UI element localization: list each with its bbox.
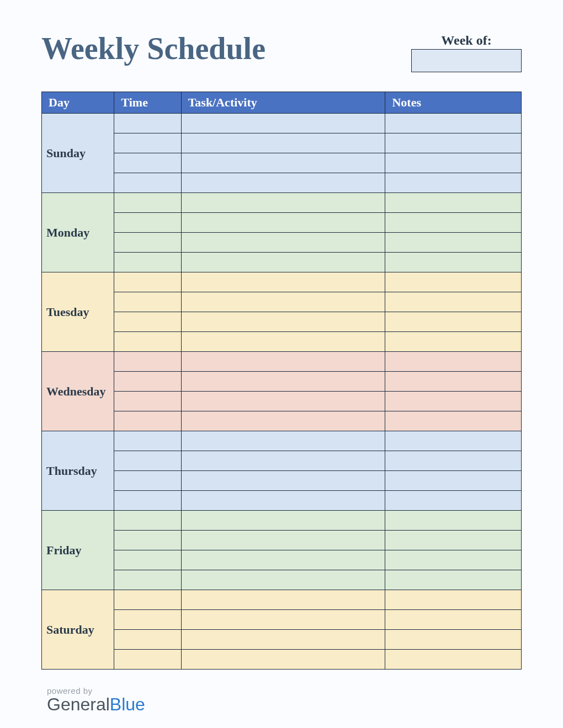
notes-cell[interactable] [385,352,522,372]
time-cell[interactable] [114,431,181,451]
notes-cell[interactable] [385,392,522,411]
time-cell[interactable] [114,531,181,550]
notes-cell[interactable] [385,570,522,590]
time-cell[interactable] [114,392,181,411]
time-cell[interactable] [114,372,181,392]
task-cell[interactable] [181,491,385,511]
notes-cell[interactable] [385,451,522,471]
day-cell: Saturday [42,590,114,670]
notes-cell[interactable] [385,173,522,193]
task-cell[interactable] [181,451,385,471]
notes-cell[interactable] [385,630,522,650]
time-cell[interactable] [114,332,181,352]
time-cell[interactable] [114,153,181,173]
table-row: Wednesday [42,352,522,372]
notes-cell[interactable] [385,511,522,531]
task-cell[interactable] [181,213,385,233]
task-cell[interactable] [181,153,385,173]
task-cell[interactable] [181,312,385,332]
task-cell[interactable] [181,650,385,670]
task-cell[interactable] [181,114,385,133]
task-cell[interactable] [181,392,385,411]
notes-cell[interactable] [385,332,522,352]
time-cell[interactable] [114,411,181,431]
task-cell[interactable] [181,233,385,253]
time-cell[interactable] [114,590,181,610]
day-cell: Tuesday [42,272,114,352]
time-cell[interactable] [114,491,181,511]
footer: powered by GeneralBlue [41,686,522,715]
notes-cell[interactable] [385,491,522,511]
time-cell[interactable] [114,511,181,531]
time-cell[interactable] [114,352,181,372]
task-cell[interactable] [181,332,385,352]
time-cell[interactable] [114,570,181,590]
notes-cell[interactable] [385,531,522,550]
week-of-label: Week of: [411,33,522,48]
task-cell[interactable] [181,411,385,431]
table-row: Saturday [42,590,522,610]
notes-cell[interactable] [385,133,522,153]
task-cell[interactable] [181,610,385,630]
task-cell[interactable] [181,253,385,272]
notes-cell[interactable] [385,610,522,630]
task-cell[interactable] [181,471,385,491]
time-cell[interactable] [114,550,181,570]
time-cell[interactable] [114,451,181,471]
notes-cell[interactable] [385,411,522,431]
task-cell[interactable] [181,292,385,312]
time-cell[interactable] [114,213,181,233]
task-cell[interactable] [181,531,385,550]
table-row: Friday [42,511,522,531]
notes-cell[interactable] [385,292,522,312]
time-cell[interactable] [114,193,181,213]
task-cell[interactable] [181,133,385,153]
task-cell[interactable] [181,570,385,590]
day-cell: Wednesday [42,352,114,431]
notes-cell[interactable] [385,372,522,392]
time-cell[interactable] [114,253,181,272]
notes-cell[interactable] [385,550,522,570]
time-cell[interactable] [114,610,181,630]
notes-cell[interactable] [385,312,522,332]
week-of-input[interactable] [411,49,522,72]
time-cell[interactable] [114,471,181,491]
time-cell[interactable] [114,133,181,153]
time-cell[interactable] [114,233,181,253]
notes-cell[interactable] [385,650,522,670]
task-cell[interactable] [181,173,385,193]
notes-cell[interactable] [385,471,522,491]
task-cell[interactable] [181,590,385,610]
notes-cell[interactable] [385,213,522,233]
task-cell[interactable] [181,630,385,650]
task-cell[interactable] [181,193,385,213]
time-cell[interactable] [114,312,181,332]
table-row: Monday [42,193,522,213]
task-cell[interactable] [181,352,385,372]
notes-cell[interactable] [385,253,522,272]
notes-cell[interactable] [385,272,522,292]
task-cell[interactable] [181,272,385,292]
notes-cell[interactable] [385,114,522,133]
table-header-row: Day Time Task/Activity Notes [42,92,522,114]
notes-cell[interactable] [385,431,522,451]
day-cell: Friday [42,511,114,590]
week-of-container: Week of: [411,33,522,72]
task-cell[interactable] [181,511,385,531]
notes-cell[interactable] [385,590,522,610]
time-cell[interactable] [114,173,181,193]
time-cell[interactable] [114,272,181,292]
notes-cell[interactable] [385,233,522,253]
notes-cell[interactable] [385,193,522,213]
brand-part-b: Blue [110,694,145,714]
time-cell[interactable] [114,114,181,133]
task-cell[interactable] [181,431,385,451]
time-cell[interactable] [114,650,181,670]
time-cell[interactable] [114,630,181,650]
time-cell[interactable] [114,292,181,312]
task-cell[interactable] [181,372,385,392]
table-row: Tuesday [42,272,522,292]
notes-cell[interactable] [385,153,522,173]
day-cell: Thursday [42,431,114,511]
task-cell[interactable] [181,550,385,570]
